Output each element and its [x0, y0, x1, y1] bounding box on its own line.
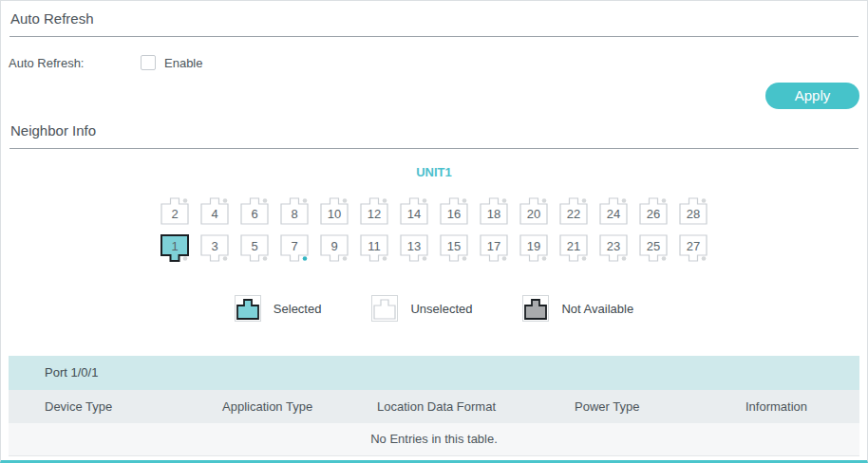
port-9[interactable]: 9: [320, 234, 349, 265]
port-20[interactable]: 20: [519, 194, 548, 225]
svg-text:22: 22: [567, 207, 580, 221]
port-11[interactable]: 11: [360, 234, 388, 265]
unit-label: UNIT1: [1, 165, 867, 179]
port-3[interactable]: 3: [200, 234, 229, 265]
table-column-header: Information: [745, 399, 859, 414]
table-column-header: Application Type: [222, 399, 377, 414]
port-24[interactable]: 24: [599, 194, 628, 225]
port-status-dot: [303, 198, 308, 203]
svg-text:27: 27: [687, 239, 700, 253]
auto-refresh-checkbox-label[interactable]: Enable: [164, 56, 202, 70]
auto-refresh-field-row: Auto Refresh: Enable: [9, 55, 859, 70]
port-status-dot: [343, 256, 348, 261]
port-26[interactable]: 26: [639, 194, 668, 225]
svg-text:5: 5: [251, 239, 257, 253]
svg-text:7: 7: [291, 239, 297, 253]
svg-text:3: 3: [211, 239, 217, 253]
table-column-header: Location Data Format: [377, 399, 575, 414]
port-status-dot: [343, 198, 348, 203]
legend-label: Unselected: [410, 302, 472, 316]
legend-item-unselected: Unselected: [371, 295, 472, 322]
apply-button[interactable]: Apply: [765, 83, 859, 109]
port-status-dot: [423, 256, 427, 261]
port-status-dot: [383, 256, 387, 261]
svg-text:2: 2: [171, 207, 178, 221]
svg-text:16: 16: [447, 207, 461, 221]
port-status-dot: [383, 198, 387, 203]
legend-label: Selected: [274, 302, 322, 316]
legend-unselected-icon: [371, 295, 398, 322]
svg-text:6: 6: [251, 207, 257, 221]
svg-text:10: 10: [328, 207, 341, 221]
svg-text:23: 23: [607, 239, 620, 253]
port-10[interactable]: 10: [320, 194, 349, 225]
port-15[interactable]: 15: [440, 234, 468, 265]
svg-text:25: 25: [647, 239, 660, 253]
port-status-dot: [423, 198, 427, 203]
port-1-selected[interactable]: 1: [160, 234, 189, 265]
port-status-dot: [223, 198, 228, 203]
port-status-dot: [622, 198, 627, 203]
port-row-even: 246810121416182022242628: [1, 194, 867, 225]
port-status-dot: [462, 198, 467, 203]
legend-selected-icon: [235, 295, 261, 322]
port-status-dot: [303, 256, 308, 261]
legend-not-available-icon: [522, 295, 549, 322]
port-legend: SelectedUnselectedNot Available: [1, 295, 867, 322]
neighbor-info-section-title: Neighbor Info: [9, 122, 859, 149]
port-status-dot: [662, 256, 667, 261]
port-status-dot: [263, 198, 268, 203]
port-status-dot: [183, 256, 188, 261]
svg-text:17: 17: [487, 239, 500, 253]
port-17[interactable]: 17: [480, 234, 508, 265]
legend-item-not-available: Not Available: [522, 295, 633, 322]
port-5[interactable]: 5: [240, 234, 269, 265]
svg-text:18: 18: [487, 207, 500, 221]
port-status-dot: [582, 256, 587, 261]
table-column-header: Power Type: [575, 399, 745, 414]
port-8[interactable]: 8: [280, 194, 309, 225]
port-14[interactable]: 14: [400, 194, 428, 225]
port-28[interactable]: 28: [679, 194, 708, 225]
table-port-title: Port 1/0/1: [9, 356, 859, 390]
port-13[interactable]: 13: [400, 234, 428, 265]
port-23[interactable]: 23: [599, 234, 628, 265]
port-18[interactable]: 18: [480, 194, 508, 225]
svg-text:15: 15: [447, 239, 461, 253]
port-21[interactable]: 21: [559, 234, 588, 265]
auto-refresh-checkbox[interactable]: [141, 55, 156, 70]
svg-text:21: 21: [567, 239, 580, 253]
svg-text:8: 8: [291, 207, 297, 221]
port-19[interactable]: 19: [519, 234, 548, 265]
port-status-dot: [662, 198, 667, 203]
port-22[interactable]: 22: [559, 194, 588, 225]
apply-row: Apply: [1, 83, 859, 109]
port-2[interactable]: 2: [160, 194, 189, 225]
port-4[interactable]: 4: [200, 194, 229, 225]
port-16[interactable]: 16: [440, 194, 468, 225]
svg-text:19: 19: [527, 239, 540, 253]
port-12[interactable]: 12: [360, 194, 388, 225]
port-status-dot: [462, 256, 467, 261]
port-status-dot: [542, 198, 547, 203]
neighbor-table: Port 1/0/1 Device TypeApplication TypeLo…: [9, 356, 859, 456]
port-status-dot: [582, 198, 587, 203]
port-25[interactable]: 25: [639, 234, 668, 265]
svg-text:11: 11: [368, 239, 381, 253]
port-status-dot: [622, 256, 627, 261]
svg-text:28: 28: [687, 207, 700, 221]
port-status-dot: [223, 256, 228, 261]
legend-item-selected: Selected: [235, 295, 322, 322]
table-column-header: Device Type: [9, 399, 222, 414]
port-status-dot: [542, 256, 547, 261]
svg-text:26: 26: [647, 207, 660, 221]
port-6[interactable]: 6: [240, 194, 269, 225]
svg-text:20: 20: [527, 207, 540, 221]
svg-text:14: 14: [407, 207, 421, 221]
svg-text:12: 12: [368, 207, 381, 221]
auto-refresh-field-label: Auto Refresh:: [9, 56, 141, 70]
port-7[interactable]: 7: [280, 234, 309, 265]
port-27[interactable]: 27: [679, 234, 708, 265]
svg-text:9: 9: [330, 239, 337, 253]
svg-text:13: 13: [407, 239, 421, 253]
